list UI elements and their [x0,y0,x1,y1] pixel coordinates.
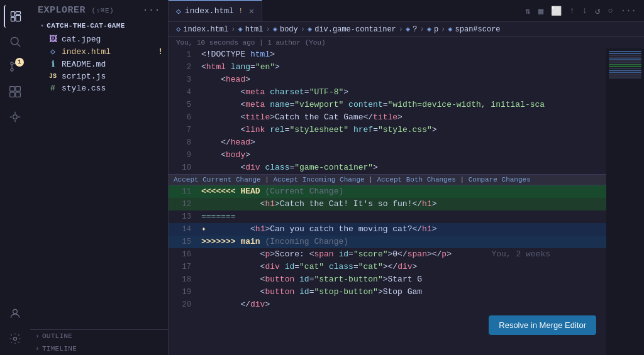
account-icon[interactable] [4,302,26,325]
line-content-5: <meta name="viewport" content="width=dev… [199,99,606,111]
file-item-index[interactable]: ◇ index.html ! [30,45,168,58]
line-content-8: </head> [199,136,606,149]
tab-bar: ◇ index.html ! ✕ ⇅ ▦ ⬜ ↑ ↓ ↺ ○ ··· [169,0,644,22]
file-item-style[interactable]: # style.css [30,82,168,94]
svg-point-4 [11,37,18,45]
line-num-15: 15 [169,236,199,248]
bc-sep2: › [266,25,270,34]
resolve-button-container: Resolve in Merge Editor [489,315,596,335]
tab-label: index.html [185,6,234,16]
split-editor-icon[interactable]: ⇅ [523,4,533,18]
file-dirty-badge: ! [158,47,163,57]
timeline-label: TIMELINE [42,345,77,352]
minimap-line [609,62,641,63]
file-icon-md: ℹ [48,59,58,69]
accept-incoming-link[interactable]: Accept Incoming Change [273,176,364,183]
svg-rect-1 [11,18,15,21]
line-content-17: <div id="cat" class="cat"></div> [199,261,606,273]
svg-rect-10 [16,87,21,92]
bc-body[interactable]: body [280,25,298,34]
svg-point-8 [11,68,13,71]
bc-index[interactable]: index.html [183,25,228,34]
line-content-14: ✦ <h1>Can you catch the moving cat?</h1> [199,223,606,236]
editor-wrapper: 1 <!DOCTYPE html> 2 <html lang="en"> 3 <… [169,48,644,355]
bc-p[interactable]: p [434,25,438,34]
source-control-icon[interactable]: 1 [4,55,26,78]
line-content-19: <button id="stop-button">Stop Gam [199,286,606,298]
bc-q[interactable]: ? [413,25,417,34]
code-line-9: 9 <body> [169,149,606,161]
file-name-script: script.js [62,72,163,81]
bc-sep6: › [441,25,445,34]
tab-close-icon[interactable]: ✕ [249,6,254,16]
line-content-2: <html lang="en"> [199,61,606,74]
remote-icon[interactable] [4,106,26,128]
line-num-7: 7 [169,124,199,136]
bc-html-icon: ◇ [176,25,180,34]
bc-html[interactable]: html [245,25,264,34]
search-icon[interactable] [4,30,26,53]
extensions-icon[interactable] [4,80,26,103]
file-item-readme[interactable]: ℹ README.md [30,58,168,70]
redo-icon[interactable]: ○ [605,4,615,17]
sidebar-outline-section[interactable]: › OUTLINE [30,330,168,342]
tab-index-html[interactable]: ◇ index.html ! ✕ [169,0,262,21]
bc-div[interactable]: div.game-container [314,25,396,34]
line-num-2: 2 [169,61,199,74]
git-blame-text: You, 10 seconds ago | 1 author (You) [176,39,326,46]
line-content-11: <<<<<<< HEAD (Current Change) [199,185,606,198]
code-line-8: 8 </head> [169,136,606,149]
bc-icon-span: ◈ [448,25,452,34]
outline-label: OUTLINE [42,332,72,340]
bc-span[interactable]: span#score [455,25,501,34]
more-actions-icon[interactable]: ··· [618,4,639,17]
folder-name[interactable]: ▾ CATCH-THE-CAT-GAME [30,21,168,33]
folder-label: CATCH-THE-CAT-GAME [47,22,125,30]
settings-icon[interactable] [4,327,26,350]
move-up-icon[interactable]: ↑ [567,4,577,17]
code-line-20: 20 </div> [169,298,606,311]
file-icon-jpg: 🖼 [48,35,58,44]
accept-current-link[interactable]: Accept Current Change [174,176,261,183]
activity-bar: 1 [0,0,30,355]
file-item-script[interactable]: JS script.js [30,70,168,82]
minimap-line [609,53,641,54]
maximize-icon[interactable]: ⬜ [548,4,564,18]
svg-rect-3 [16,15,21,21]
resolve-in-merge-editor-button[interactable]: Resolve in Merge Editor [489,315,596,335]
minimap-line [609,74,641,75]
accept-both-link[interactable]: Accept Both Changes [377,176,455,183]
tab-actions: ⇅ ▦ ⬜ ↑ ↓ ↺ ○ ··· [523,4,644,18]
files-icon[interactable] [4,5,26,28]
file-item-cat[interactable]: 🖼 cat.jpeg [30,33,168,45]
line-num-16: 16 [169,248,199,261]
sidebar-timeline-section[interactable]: › TIMELINE [30,342,168,355]
minimap-line [609,77,641,79]
code-line-3: 3 <head> [169,74,606,86]
undo-icon[interactable]: ↺ [592,4,602,18]
sidebar-ellipsis-icon[interactable]: ··· [142,5,160,16]
bc-icon-body: ◈ [273,25,277,34]
bc-icon-p: ◈ [427,25,431,34]
sidebar-title: Explorer (⇧⌘E) [38,5,114,16]
minimap-line [609,70,641,71]
source-control-badge: 1 [15,58,24,67]
svg-point-15 [14,337,17,341]
file-icon-html: ◇ [48,46,58,57]
svg-rect-0 [11,12,15,17]
folder-arrow-icon: ▾ [40,22,44,30]
svg-point-13 [13,115,18,119]
line-num-5: 5 [169,99,199,111]
layout-icon[interactable]: ▦ [536,4,546,18]
move-down-icon[interactable]: ↓ [580,4,590,17]
code-line-19: 19 <button id="stop-button">Stop Gam [169,286,606,298]
line-content-12: <h1>Catch the Cat! It's so fun!</h1> [199,198,606,210]
tab-dirty-indicator: ! [239,8,243,14]
git-blame: You, 10 seconds ago | 1 author (You) [169,37,644,48]
sidebar: Explorer (⇧⌘E) ··· ▾ CATCH-THE-CAT-GAME … [30,0,169,355]
code-line-15: 15 >>>>>>> main (Incoming Change) [169,236,606,248]
editor-area[interactable]: 1 <!DOCTYPE html> 2 <html lang="en"> 3 <… [169,48,606,355]
code-line-1: 1 <!DOCTYPE html> [169,48,606,61]
outline-arrow-icon: › [35,332,40,340]
compare-changes-link[interactable]: Compare Changes [469,176,531,183]
